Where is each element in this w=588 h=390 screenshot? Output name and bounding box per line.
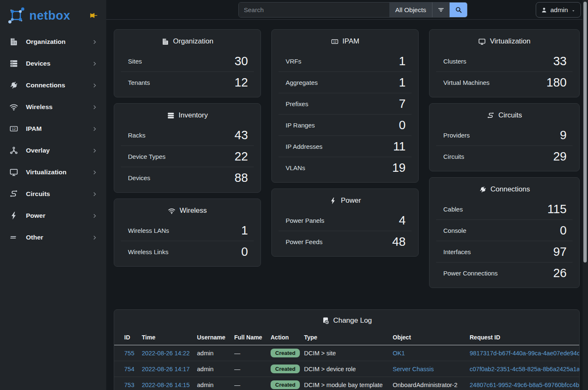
stat-value-link[interactable]: 48: [392, 236, 406, 248]
changelog-object-link[interactable]: Server Chassis: [393, 366, 434, 372]
stat-row: Wireless LANs 1: [121, 220, 254, 241]
changelog-request-id-link[interactable]: 24807c61-9952-49c6-b8a5-69760bfcc4b3: [470, 382, 579, 388]
card-organization: Organization Sites 30 Tenants 12: [114, 29, 261, 97]
changelog-request-id-link[interactable]: c07f0ab2-2351-4c58-825a-8b6a2425a1ab: [470, 366, 579, 372]
stat-label: Power Feeds: [286, 238, 322, 245]
chevron-right-icon: [92, 191, 98, 197]
stat-value-link[interactable]: 7: [399, 98, 406, 110]
sidebar-item-power[interactable]: Power: [0, 205, 106, 227]
sidebar-item-label: IPAM: [26, 125, 42, 133]
stat-value-link[interactable]: 29: [553, 150, 567, 163]
stat-label: Power Connections: [443, 270, 498, 277]
sidebar-item-label: Power: [26, 212, 46, 219]
stat-label: Sites: [128, 58, 142, 65]
clipboard-clock-icon: [322, 317, 330, 325]
card-title: Connections: [491, 185, 530, 194]
sidebar: netbox Organization: [0, 0, 106, 390]
changelog-time-link[interactable]: 2022-08-26 14:17: [142, 366, 190, 372]
stat-value-link[interactable]: 30: [235, 55, 248, 67]
chevron-right-icon: [92, 104, 98, 110]
stat-value-link[interactable]: 1: [399, 76, 406, 89]
column-middle: 12 IPAM VRFs 1 Aggregates 1 Prefixes 7 I…: [271, 29, 419, 263]
menu-lines-icon: [9, 233, 18, 242]
changelog-id-link[interactable]: 754: [124, 366, 134, 372]
scrollbar-thumb[interactable]: [583, 2, 587, 263]
sidebar-item-connections[interactable]: Connections: [0, 74, 106, 96]
sidebar-item-virtualization[interactable]: Virtualization: [0, 161, 106, 183]
chevron-right-icon: [92, 126, 98, 132]
sidebar-item-organization[interactable]: Organization: [0, 31, 106, 53]
cable-icon: [479, 186, 487, 194]
stat-value-link[interactable]: 9: [560, 129, 567, 141]
stat-value-link[interactable]: 97: [553, 246, 567, 258]
building-icon: [9, 37, 18, 46]
stat-value-link[interactable]: 115: [547, 203, 567, 215]
change-log-table: ID Time Username Full Name Action Type O…: [114, 331, 579, 390]
changelog-id-link[interactable]: 753: [124, 382, 134, 388]
stat-value-link[interactable]: 180: [547, 76, 567, 89]
stat-value-link[interactable]: 33: [553, 55, 567, 67]
stat-row: Racks 43: [121, 125, 254, 145]
sidebar-item-label: Circuits: [26, 190, 50, 198]
filter-button[interactable]: [432, 3, 450, 17]
server-icon: [9, 59, 18, 68]
user-menu-button[interactable]: admin: [536, 2, 581, 18]
netbox-logo-icon: [7, 6, 26, 25]
stat-value-link[interactable]: 43: [235, 129, 248, 141]
sidebar-item-label: Overlay: [26, 147, 50, 154]
changelog-request-id-link[interactable]: 9817317d-b67f-440a-99ca-4ae07ede94df: [470, 350, 579, 357]
stat-value-link[interactable]: 0: [560, 224, 567, 237]
counter-icon: 12: [331, 38, 339, 46]
sidebar-item-wireless[interactable]: Wireless: [0, 96, 106, 118]
object-type-dropdown[interactable]: All Objects: [389, 3, 432, 17]
stat-value-link[interactable]: 1: [399, 55, 406, 67]
stat-row: Console 0: [436, 219, 573, 241]
sidebar-item-ipam[interactable]: 12 IPAM: [0, 118, 106, 140]
stat-label: VRFs: [286, 58, 302, 65]
stat-row: Wireless Links 0: [121, 241, 254, 262]
changelog-time-link[interactable]: 2022-08-26 14:22: [142, 350, 190, 357]
changelog-type: DCIM > module bay template: [304, 377, 393, 390]
sidebar-item-devices[interactable]: Devices: [0, 53, 106, 74]
table-header-row: ID Time Username Full Name Action Type O…: [114, 331, 579, 345]
stat-value-link[interactable]: 19: [392, 162, 406, 174]
netbox-dashboard: netbox Organization: [0, 0, 588, 390]
changelog-username: admin: [197, 361, 234, 377]
stat-value-link[interactable]: 0: [241, 246, 248, 258]
card-connections: Connections Cables 115 Console 0 Interfa…: [429, 177, 580, 288]
stat-value-link[interactable]: 88: [235, 172, 248, 184]
changelog-time-link[interactable]: 2022-08-26 14:15: [142, 382, 190, 388]
stat-value-link[interactable]: 11: [393, 140, 406, 153]
changelog-username: admin: [197, 377, 234, 390]
changelog-object-link[interactable]: OK1: [393, 350, 405, 357]
stat-value-link[interactable]: 0: [399, 119, 406, 131]
search-button[interactable]: [450, 3, 467, 17]
stat-value-link[interactable]: 12: [235, 76, 248, 89]
sidebar-item-circuits[interactable]: Circuits: [0, 183, 106, 205]
chevron-right-icon: [92, 61, 98, 67]
chevron-right-icon: [92, 39, 98, 45]
chevron-right-icon: [92, 213, 98, 219]
search-input[interactable]: [239, 3, 389, 17]
column-header-username: Username: [197, 331, 234, 345]
stat-value-link[interactable]: 22: [235, 150, 248, 163]
column-header-object: Object: [393, 331, 470, 345]
stat-label: Circuits: [443, 153, 464, 160]
stat-row: Interfaces 97: [436, 241, 573, 262]
changelog-id-link[interactable]: 755: [124, 350, 134, 357]
stat-label: Console: [443, 227, 466, 234]
column-header-full-name: Full Name: [234, 331, 271, 345]
filter-icon: [437, 6, 445, 14]
stat-value-link[interactable]: 4: [399, 214, 406, 227]
sidebar-pin-icon[interactable]: [89, 11, 99, 20]
changelog-type: DCIM > site: [304, 345, 393, 361]
stat-row: Aggregates 1: [279, 71, 412, 93]
scrollbar-track[interactable]: [583, 0, 588, 390]
stat-value-link[interactable]: 26: [553, 267, 567, 279]
card-circuits: Circuits Providers 9 Circuits 29: [429, 103, 580, 171]
sidebar-item-other[interactable]: Other: [0, 227, 106, 248]
stat-value-link[interactable]: 1: [241, 224, 248, 237]
stat-label: Device Types: [128, 153, 166, 160]
created-badge: Created: [271, 365, 300, 373]
sidebar-item-overlay[interactable]: Overlay: [0, 140, 106, 161]
